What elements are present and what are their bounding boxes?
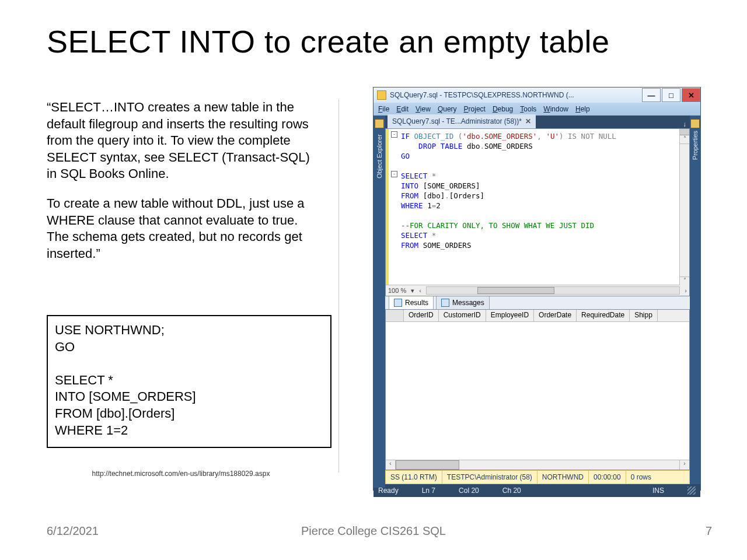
properties-icon[interactable] (690, 119, 700, 128)
properties-label[interactable]: Properties (692, 131, 699, 160)
status-ready: Ready (378, 487, 399, 495)
app-icon (377, 90, 386, 100)
sql-editor[interactable]: ˄ ˅ --IF OBJECT_ID ('dbo.SOME_ORDERS', '… (385, 128, 690, 296)
menu-debug[interactable]: Debug (493, 105, 513, 113)
resize-grip-icon[interactable] (687, 487, 696, 495)
results-grid[interactable]: OrderID CustomerID EmployeeID OrderDate … (385, 310, 690, 470)
editor-horizontal-scrollbar[interactable]: 100 % ▾ ‹ › (386, 285, 689, 296)
close-button[interactable]: ✕ (682, 88, 700, 102)
vertical-separator (338, 99, 339, 473)
fold-icon[interactable]: - (391, 171, 397, 177)
status-col: Col 20 (459, 487, 479, 495)
col-customerid[interactable]: CustomerID (439, 310, 486, 321)
code-example-box: USE NORTHWND; GO SELECT * INTO [SOME_ORD… (47, 315, 331, 448)
status-rows: 0 rows (626, 471, 656, 484)
zoom-level[interactable]: 100 % (386, 287, 409, 294)
window-titlebar[interactable]: SQLQuery7.sql - TESTPC\SQLEXPRESS.NORTHW… (374, 88, 700, 103)
messages-tab-label: Messages (452, 299, 484, 307)
grid-header: OrderID CustomerID EmployeeID OrderDate … (386, 310, 689, 322)
menu-query[interactable]: Query (438, 105, 457, 113)
status-ch: Ch 20 (502, 487, 521, 495)
grid-horizontal-scrollbar[interactable]: ‹ › (386, 460, 689, 470)
menu-bar[interactable]: File Edit View Query Project Debug Tools… (374, 103, 700, 116)
object-explorer-icon[interactable] (375, 119, 384, 128)
scroll-right-icon[interactable]: › (682, 287, 689, 294)
right-rail[interactable]: Properties (690, 116, 700, 484)
menu-edit[interactable]: Edit (396, 105, 409, 113)
fold-icon[interactable]: - (391, 131, 397, 138)
menu-file[interactable]: File (378, 105, 389, 113)
scroll-right-icon[interactable]: › (679, 460, 689, 470)
messages-icon (441, 299, 449, 307)
zoom-dropdown-icon[interactable]: ▾ (409, 287, 417, 295)
grid-body-empty (386, 322, 689, 460)
col-shipped[interactable]: Shipp (630, 310, 658, 321)
tab-overflow-icon[interactable]: ↓ (683, 120, 690, 128)
minimize-button[interactable]: — (642, 88, 661, 102)
grid-corner (386, 310, 404, 321)
connection-status-bar: SS (11.0 RTM) TESTPC\Administrator (58) … (385, 470, 690, 484)
status-ins: INS (652, 487, 664, 495)
results-tab[interactable]: Results (389, 295, 434, 309)
document-tab-bar: SQLQuery7.sql - TE...Administrator (58))… (385, 116, 690, 128)
editor-text-area[interactable]: --IF OBJECT_ID ('dbo.SOME_ORDERS', 'U') … (386, 129, 689, 285)
results-tab-strip: Results Messages (385, 296, 690, 310)
scroll-thumb[interactable] (396, 460, 459, 470)
document-tab[interactable]: SQLQuery7.sql - TE...Administrator (58))… (388, 114, 536, 128)
messages-tab[interactable]: Messages (436, 295, 490, 309)
menu-view[interactable]: View (416, 105, 431, 113)
status-time: 00:00:00 (589, 471, 626, 484)
menu-help[interactable]: Help (575, 105, 590, 113)
menu-window[interactable]: Window (543, 105, 568, 113)
col-requireddate[interactable]: RequiredDate (577, 310, 630, 321)
document-tab-close-icon[interactable]: ✕ (525, 117, 531, 125)
ssms-window: SQLQuery7.sql - TESTPC\SQLEXPRESS.NORTHW… (374, 88, 700, 490)
left-rail[interactable]: Object Explorer (374, 116, 385, 488)
scroll-track[interactable] (396, 460, 679, 470)
status-user: TESTPC\Administrator (58) (442, 471, 537, 484)
menu-project[interactable]: Project (464, 105, 486, 113)
status-bar: Ready Ln 7 Col 20 Ch 20 INS (374, 484, 700, 497)
scroll-left-icon[interactable]: ‹ (386, 460, 396, 470)
status-server: SS (11.0 RTM) (386, 471, 442, 484)
paragraph-2: To create a new table without DDL, just … (47, 195, 321, 262)
footer-page-number: 7 (706, 524, 712, 538)
citation-url: http://technet.microsoft.com/en-us/libra… (47, 470, 315, 478)
col-orderid[interactable]: OrderID (404, 310, 439, 321)
results-tab-label: Results (405, 299, 428, 307)
col-employeeid[interactable]: EmployeeID (486, 310, 534, 321)
status-line: Ln 7 (422, 487, 435, 495)
body-text: “SELECT…INTO creates a new table in the … (47, 99, 321, 275)
scroll-left-icon[interactable]: ‹ (417, 287, 424, 294)
scroll-track[interactable] (426, 286, 680, 295)
modification-bar (386, 129, 389, 285)
object-explorer-label[interactable]: Object Explorer (376, 134, 383, 178)
menu-tools[interactable]: Tools (520, 105, 536, 113)
paragraph-1: “SELECT…INTO creates a new table in the … (47, 99, 321, 183)
slide-title: SELECT INTO to create an empty table (47, 23, 609, 60)
col-orderdate[interactable]: OrderDate (534, 310, 577, 321)
maximize-button[interactable]: □ (662, 88, 680, 102)
window-title: SQLQuery7.sql - TESTPC\SQLEXPRESS.NORTHW… (390, 91, 641, 99)
status-db: NORTHWND (537, 471, 589, 484)
document-tab-label: SQLQuery7.sql - TE...Administrator (58))… (392, 117, 522, 125)
grid-icon (394, 299, 402, 307)
footer-center: Pierce College CIS261 SQL (0, 524, 747, 538)
scroll-thumb[interactable] (477, 287, 554, 294)
